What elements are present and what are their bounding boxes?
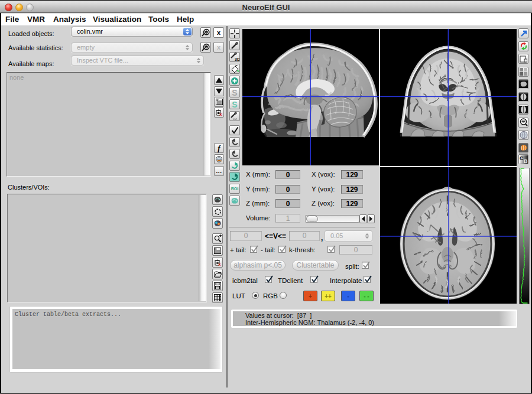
svg-text:B: B [524, 158, 528, 164]
svg-text:C: C [520, 155, 524, 161]
svg-text:x: x [218, 262, 221, 266]
svg-text:x: x [219, 112, 222, 116]
svg-text:3D: 3D [235, 57, 239, 61]
